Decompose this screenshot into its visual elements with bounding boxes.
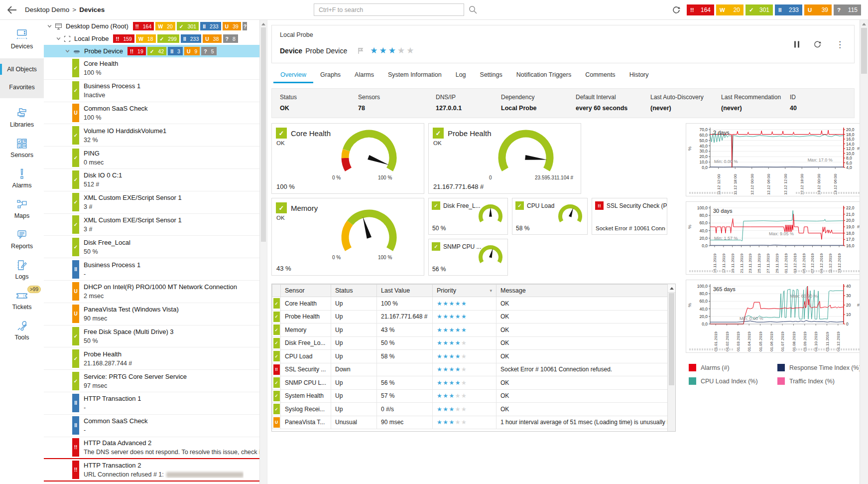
star-empty-icon[interactable]: ★ <box>397 46 406 55</box>
status-badge[interactable]: ?115 <box>834 4 861 15</box>
mini-status-badge[interactable]: !!159 <box>113 34 134 43</box>
sidebar-item-devices[interactable]: Devices <box>0 24 44 54</box>
mini-status-badge[interactable]: U9 <box>184 47 200 55</box>
priority-stars[interactable]: ★★★★★ <box>437 406 467 413</box>
tree-sensor-item[interactable]: ✓Volume IO HarddiskVolume132 % <box>44 124 260 147</box>
sensor-cell[interactable]: CPU Load <box>281 350 331 363</box>
table-row[interactable]: ✓Syslog Recei...Up0 #/s★★★★★OK <box>272 403 668 416</box>
tab-graphs[interactable]: Graphs <box>313 66 348 83</box>
star-empty-icon[interactable]: ★ <box>406 46 415 55</box>
tab-alarms[interactable]: Alarms <box>348 66 381 83</box>
flag-icon[interactable] <box>357 47 364 54</box>
scroll-up-icon[interactable] <box>862 23 866 25</box>
more-options-button[interactable]: ⋮ <box>836 40 844 48</box>
table-scrollbar-thumb[interactable] <box>669 293 674 385</box>
mini-status-badge[interactable]: ✓42 <box>147 47 167 55</box>
sensor-cell[interactable]: Memory <box>281 323 331 337</box>
priority-stars[interactable]: ★★★★★ <box>437 339 467 346</box>
sidebar-item-libraries[interactable]: Libraries <box>0 102 44 133</box>
tree-group-row[interactable]: Desktop Demo (Root)!!164W20✓301II233U39? <box>44 20 260 32</box>
mini-status-badge[interactable]: U38 <box>203 34 221 43</box>
scroll-up-icon[interactable] <box>668 284 675 293</box>
column-header-priority[interactable]: Priority▾ <box>433 285 496 297</box>
sensor-cell[interactable]: PaneaVista T... <box>281 416 331 429</box>
priority-cell[interactable]: ★★★★★ <box>433 389 496 403</box>
tree-sensor-item[interactable]: UPaneaVista Test (Windows Vista)90 msec <box>44 303 260 325</box>
tab-log[interactable]: Log <box>449 66 473 83</box>
tab-notification-triggers[interactable]: Notification Triggers <box>509 66 578 83</box>
tree-sensor-item[interactable]: IIHTTP Transaction 1- <box>44 392 260 415</box>
sidebar-item-maps[interactable]: Maps <box>0 193 44 224</box>
mini-status-badge[interactable]: ?5 <box>201 47 216 55</box>
tree-group-row[interactable]: Probe Device!!19✓42II3U9?5 <box>44 45 260 57</box>
tree-scrollbar[interactable] <box>259 20 267 484</box>
mini-status-badge[interactable]: II233 <box>200 22 221 30</box>
tree-sensor-item[interactable]: !!HTTP Data Advanced 2The DNS server doe… <box>44 437 260 460</box>
priority-cell[interactable]: ★★★★★ <box>433 363 496 376</box>
priority-stars[interactable]: ★★★★★ <box>437 392 467 399</box>
priority-cell[interactable]: ★★★★★ <box>433 323 496 337</box>
search-input[interactable] <box>314 3 464 16</box>
mini-status-badge[interactable]: II233 <box>181 34 201 43</box>
mini-status-badge[interactable]: ✓299 <box>157 34 179 43</box>
tree-sensor-item[interactable]: ✓XML Custom EXE/Script Sensor 13 # <box>44 214 260 236</box>
gauge-card[interactable]: ✓Core HealthOK100 %0 %100 % <box>271 123 424 194</box>
legend-item[interactable]: Response Time Index (%) <box>777 364 860 371</box>
sidebar-item-favorites[interactable]: Favorites <box>0 78 44 96</box>
legend-item[interactable]: CPU Load Index (%) <box>689 377 777 385</box>
mini-status-badge[interactable]: !!19 <box>127 47 146 55</box>
tree-group-row[interactable]: Local Probe!!159W18✓299II233U38?8 <box>44 32 260 45</box>
gauge-card[interactable]: ✓Probe HealthOK21.167.771.648 #023.595.3… <box>428 123 581 194</box>
refresh-icon[interactable] <box>672 5 681 14</box>
tree-sensor-item[interactable]: ✓Probe Health21.168.287.744 # <box>44 347 260 370</box>
window-scrollbar[interactable] <box>860 20 868 484</box>
table-row[interactable]: ✓MemoryUp43 %★★★★★OK <box>272 323 668 337</box>
tree-sensor-item[interactable]: IICommon SaaS Check- <box>44 415 260 437</box>
error-sensor-card[interactable]: !!SSL Security Check (Por...Socket Error… <box>592 198 667 235</box>
chevron-down-icon[interactable] <box>65 48 70 54</box>
priority-stars[interactable]: ★★★★★ <box>437 379 467 386</box>
sensor-cell[interactable]: Disk Free_Lo... <box>281 336 331 350</box>
column-header-message[interactable]: Message <box>496 285 668 297</box>
legend-item[interactable]: Alarms (#) <box>689 364 777 371</box>
table-row[interactable]: ✓SNMP CPU L...Up56 %★★★★★OK <box>272 376 668 390</box>
column-header-last-value[interactable]: Last Value <box>377 285 433 297</box>
sidebar-item-all-objects[interactable]: All Objects <box>0 60 44 78</box>
priority-stars[interactable]: ★★★★★ <box>437 419 467 426</box>
priority-cell[interactable]: ★★★★★ <box>433 403 496 416</box>
tree-sensor-item[interactable]: ✓Business Process 1Inactive <box>44 80 260 102</box>
tree-scrollbar-thumb[interactable] <box>261 27 266 242</box>
tree-sensor-item[interactable]: IIBusiness Process 1- <box>44 258 260 281</box>
priority-cell[interactable]: ★★★★★ <box>433 310 496 323</box>
priority-stars[interactable]: ★★★★★ <box>437 313 467 320</box>
tab-comments[interactable]: Comments <box>578 66 622 83</box>
gauge-card-small[interactable]: ✓SNMP CPU ...56 % <box>428 239 508 276</box>
table-row[interactable]: !!SSL Security ...Down★★★★★Socket Error … <box>272 363 668 376</box>
legend-item[interactable]: Traffic Index (%) <box>777 377 860 385</box>
tab-overview[interactable]: Overview <box>273 66 313 83</box>
tree-sensor-item[interactable]: ✓XML Custom EXE/Script Sensor 13 # <box>44 191 260 214</box>
sidebar-item-tickets[interactable]: >99 Tickets <box>0 285 44 315</box>
mini-status-badge[interactable]: ?8 <box>223 34 238 43</box>
column-header-sensor[interactable]: Sensor <box>281 285 331 297</box>
mini-status-badge[interactable]: ✓301 <box>177 22 199 30</box>
table-row[interactable]: ✓Probe HealthUp21.167.771.648 #★★★★★OK <box>272 310 668 323</box>
search-icon[interactable] <box>469 5 477 14</box>
status-badge[interactable]: U39 <box>804 4 832 15</box>
sensor-cell[interactable]: SSL Security ... <box>281 363 331 376</box>
gauge-card-small[interactable]: ✓CPU Load58 % <box>512 198 588 235</box>
device-priority-stars[interactable]: ★★★★★ <box>370 45 415 56</box>
tree-sensor-item[interactable]: ✓Service: PRTG Core Server Service97 mse… <box>44 370 260 392</box>
window-scrollbar-thumb[interactable] <box>861 28 867 74</box>
back-arrow-icon[interactable] <box>7 6 17 14</box>
star-filled-icon[interactable]: ★ <box>388 46 397 55</box>
chevron-down-icon[interactable]: ▾ <box>490 288 492 293</box>
column-header-status[interactable]: Status <box>331 285 377 297</box>
mini-status-badge[interactable]: W18 <box>136 34 156 43</box>
sensor-cell[interactable]: Probe Health <box>281 310 331 323</box>
priority-stars[interactable]: ★★★★★ <box>437 366 467 373</box>
refresh-button[interactable] <box>813 40 822 48</box>
priority-cell[interactable]: ★★★★★ <box>433 350 496 363</box>
graph-card[interactable]: 0,020,040,060,080,0100,0010203040%#01.01… <box>686 280 860 353</box>
priority-stars[interactable]: ★★★★★ <box>437 326 467 333</box>
